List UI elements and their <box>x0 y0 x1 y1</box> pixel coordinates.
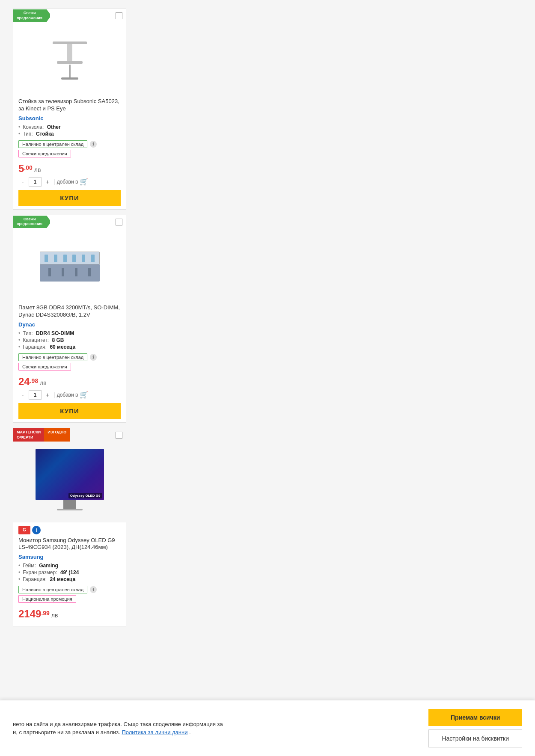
qty-minus-2[interactable]: - <box>18 391 27 399</box>
price-frac-1: .00 <box>24 164 32 171</box>
gaming-icon: G <box>18 526 30 534</box>
cookie-text-middle: и, с партньорите ни за реклама и анализ. <box>13 729 122 735</box>
cookie-text-end: . <box>189 729 191 735</box>
availability-row-2: Налично в централен склад ℹ <box>18 353 121 361</box>
add-label-2: добави в <box>57 392 78 398</box>
availability-row-3: Налично в централен склад ℹ <box>18 586 121 593</box>
price-int-3: 2149 <box>18 608 41 620</box>
price-row-3: 2149 .99 лв <box>18 608 121 620</box>
price-row-1: 5 .00 лв <box>18 163 121 175</box>
product-checkbox-3[interactable] <box>116 432 122 439</box>
product-card-3: МАРТЕНСКИОФЕРТИ ИЗГОДНО Odyssey OLED G9 … <box>13 428 126 627</box>
info-icon-2[interactable]: ℹ <box>90 354 97 361</box>
price-frac-3: .99 <box>41 610 49 617</box>
promo-badge-1: Свежи предложения <box>18 150 71 157</box>
price-int-1: 5 <box>18 163 24 175</box>
buy-button-2[interactable]: КУПИ <box>18 403 121 419</box>
buy-button-1[interactable]: КУПИ <box>18 190 121 206</box>
product-title-3: Монитор Samsung Odyssey OLED G9 LS-49CG9… <box>18 537 121 551</box>
qty-input-2[interactable] <box>29 390 42 400</box>
price-int-2: 24 <box>18 376 30 388</box>
add-label-1: добави в <box>57 179 78 185</box>
spec-item-2-1: Тип: DDR4 SO-DIMM <box>18 330 121 336</box>
product-icons-row-3: G i <box>18 526 121 534</box>
spec-item-2-3: Гаранция: 60 месеца <box>18 344 121 350</box>
price-currency-2: лв <box>40 379 47 386</box>
cookie-buttons: Приемам всички Настройки на бисквитки <box>428 709 522 747</box>
specs-list-3: Гейм: Gaming Екран размер: 49' (124 Гара… <box>18 563 121 582</box>
cookie-policy-link[interactable]: Политика за лични данни <box>122 729 187 735</box>
product-body-3: G i Монитор Samsung Odyssey OLED G9 LS-4… <box>13 522 126 626</box>
monitor-label: Odyssey OLED G9 <box>68 493 102 498</box>
cookie-text-before: ието на сайта и да анализираме трафика. … <box>13 721 223 727</box>
spec-item-3-2: Екран размер: 49' (124 <box>18 569 121 575</box>
product-title-1: Стойка за телевизор Subsonic SA5023, за … <box>18 98 121 113</box>
product-image-3: Odyssey OLED G9 <box>36 449 104 510</box>
cookie-text: ието на сайта и да анализираме трафика. … <box>13 720 420 737</box>
qty-plus-2[interactable]: + <box>43 391 52 399</box>
cookie-settings-button[interactable]: Настройки на бисквитки <box>428 729 522 747</box>
brand-link-2[interactable]: Dynac <box>18 321 121 328</box>
specs-list-2: Тип: DDR4 SO-DIMM Капацитет: 8 GB Гаранц… <box>18 330 121 350</box>
cart-icon-1[interactable]: 🛒 <box>80 178 88 186</box>
spec-item-1-2: Тип: Стойка <box>18 131 121 137</box>
product-image-1 <box>44 24 95 80</box>
badge-svezhi-2: Свежипредложения <box>13 215 47 228</box>
spec-item-1-1: Конзола: Other <box>18 124 121 130</box>
product-body-1: Стойка за телевизор Subsonic SA5023, за … <box>13 95 126 209</box>
qty-plus-1[interactable]: + <box>43 178 52 186</box>
product-card-1: Свежипредложения Стойка за телевизор Sub… <box>13 9 126 210</box>
product-checkbox-1[interactable] <box>116 12 122 19</box>
badge-svezhi-1: Свежипредложения <box>13 9 47 22</box>
brand-link-3[interactable]: Samsung <box>18 554 121 560</box>
spec-item-3-3: Гаранция: 24 месеца <box>18 576 121 582</box>
qty-input-1[interactable] <box>29 177 42 187</box>
product-image-area-1: Свежипредложения <box>13 9 126 95</box>
availability-row-1: Налично в централен склад ℹ <box>18 140 121 148</box>
cookie-banner: ието на сайта и да анализираме трафика. … <box>0 700 535 756</box>
product-card-2: Свежипредложения <box>13 215 126 423</box>
quantity-row-1: - + | добави в 🛒 <box>18 177 121 187</box>
cookie-accept-button[interactable]: Приемам всички <box>428 709 522 726</box>
price-currency-3: лв <box>51 612 58 619</box>
badge-martinski-3: МАРТЕНСКИОФЕРТИ ИЗГОДНО <box>13 428 70 442</box>
cart-icon-2[interactable]: 🛒 <box>80 391 88 399</box>
promo-badge-2: Свежи предложения <box>18 363 71 371</box>
brand-link-1[interactable]: Subsonic <box>18 115 121 122</box>
spec-item-2-2: Капацитет: 8 GB <box>18 337 121 343</box>
product-title-2: Памет 8GB DDR4 3200MT/s, SO-DIMM, Dynac … <box>18 304 121 319</box>
price-currency-1: лв <box>34 166 41 173</box>
specs-list-1: Конзола: Other Тип: Стойка <box>18 124 121 137</box>
product-image-area-2: Свежипредложения <box>13 215 126 301</box>
availability-badge-3: Налично в централен склад <box>18 586 87 593</box>
nacional-badge-3: Национална промоция <box>18 595 76 603</box>
availability-badge-2: Налично в централен склад <box>18 353 87 361</box>
info-icon-1[interactable]: ℹ <box>90 141 97 148</box>
availability-badge-1: Налично в централен склад <box>18 140 87 148</box>
info-circle-icon[interactable]: i <box>32 526 41 534</box>
spec-item-3-1: Гейм: Gaming <box>18 563 121 569</box>
qty-minus-1[interactable]: - <box>18 178 27 186</box>
product-image-area-3: МАРТЕНСКИОФЕРТИ ИЗГОДНО Odyssey OLED G9 <box>13 428 126 522</box>
product-checkbox-2[interactable] <box>116 219 122 225</box>
quantity-row-2: - + | добави в 🛒 <box>18 390 121 400</box>
product-body-2: Памет 8GB DDR4 3200MT/s, SO-DIMM, Dynac … <box>13 301 126 422</box>
price-row-2: 24 .98 лв <box>18 376 121 388</box>
price-frac-2: .98 <box>30 377 38 384</box>
product-image-2 <box>38 249 102 284</box>
info-icon-3[interactable]: ℹ <box>90 586 97 593</box>
